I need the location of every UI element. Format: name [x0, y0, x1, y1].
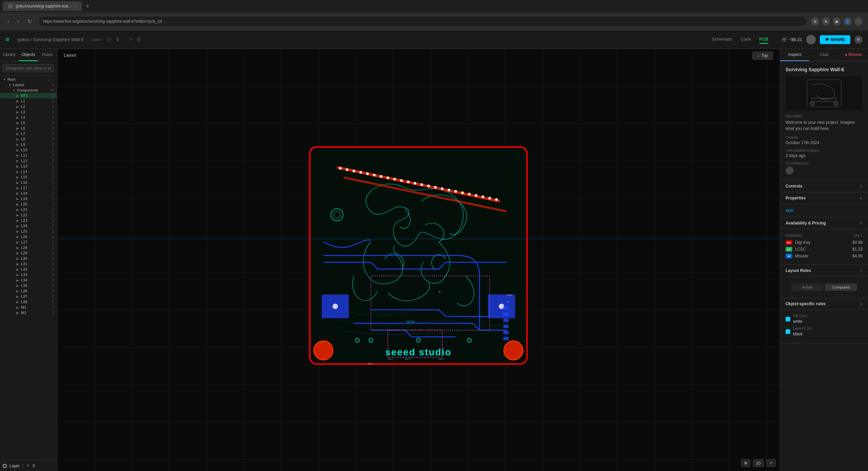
star-button[interactable]: ☆: [107, 37, 111, 42]
tree-item-l28[interactable]: ▶ L28 2: [0, 245, 57, 250]
app: ≡ gokux / Surviving Sapphire Wall-E Load…: [0, 31, 868, 471]
distributor-row-mouser[interactable]: M Mouser $4.99: [786, 254, 863, 258]
forward-button[interactable]: ›: [15, 17, 21, 26]
menu-icon[interactable]: ⋮: [854, 17, 863, 25]
tree-item-l8[interactable]: ▶ L8 2: [0, 136, 57, 142]
user-avatar[interactable]: [806, 35, 816, 44]
cart-button[interactable]: 🛒 ~$6.21: [782, 37, 802, 42]
tree-item-l7[interactable]: ▶ L7 2: [0, 131, 57, 136]
tree-item-l13[interactable]: ▶ L13 2: [0, 163, 57, 169]
tree-item-l6[interactable]: ▶ L6 2: [0, 125, 57, 131]
fullscreen-button[interactable]: ⤢: [767, 459, 776, 467]
tab-bar: gokux/surviving-sapphire-wal... × +: [0, 0, 868, 12]
tree-item-l35[interactable]: ▶ L35 2: [0, 283, 57, 288]
tree-item-l17[interactable]: ▶ L17 2: [0, 185, 57, 191]
tree-item-l12[interactable]: ▶ L12 2: [0, 158, 57, 163]
tree-layout[interactable]: ▼ Layout 4: [0, 82, 57, 87]
tree-item-l11[interactable]: ▶ L11 2: [0, 153, 57, 158]
2d-view-button[interactable]: 2D: [753, 459, 764, 467]
tree-item-l9[interactable]: ▶ L9 2: [0, 142, 57, 147]
pcb-board-svg[interactable]: seeed studio Net 36 Net 1 Net 2 Net 3 2M…: [303, 140, 534, 371]
active-tab[interactable]: gokux/surviving-sapphire-wal... ×: [3, 1, 82, 11]
extension-icon-3[interactable]: ◉: [833, 17, 841, 25]
tab-close-button[interactable]: ×: [74, 4, 76, 8]
properties-section-header[interactable]: Properties ∧: [780, 192, 868, 204]
layer-label[interactable]: Layer: [10, 464, 20, 468]
tree-item-l5[interactable]: ▶ L5 2: [0, 120, 57, 125]
layer-indicator: Layer | ⚑ 0: [0, 460, 57, 471]
tree-item-l4[interactable]: ▶ L4 2: [0, 115, 57, 120]
tree-root[interactable]: ▼ Root 1 ···: [0, 77, 57, 82]
tab-chat[interactable]: Chat: [809, 49, 838, 61]
tree-item-l34[interactable]: ▶ L34 2: [0, 277, 57, 283]
tree-item-l36[interactable]: ▶ L36 2: [0, 288, 57, 294]
tree-item-l1[interactable]: ▶ L1 2: [0, 98, 57, 104]
tree-item-l25[interactable]: ▶ L25 2: [0, 229, 57, 234]
distributor-row-lcsc[interactable]: LC LCSC $1.23: [786, 247, 863, 252]
silk-color-checkbox[interactable]: ✓: [786, 317, 790, 321]
settings-icon[interactable]: ⚙: [854, 36, 863, 44]
layout-color-checkbox[interactable]: ✓: [786, 329, 790, 334]
tree-menu-root[interactable]: ···: [51, 77, 54, 81]
layout-rules-section-header[interactable]: Layout Rules ∧: [780, 265, 868, 277]
tab-objects[interactable]: Objects: [19, 49, 38, 61]
tree-item-bt1[interactable]: ▶ BT1 2: [0, 93, 57, 98]
tree-components[interactable]: ▼ Components 44: [0, 87, 57, 93]
extension-icon-1[interactable]: ⊕: [811, 17, 819, 25]
distributor-row-digikey[interactable]: DK Digi-Key $4.99: [786, 240, 863, 245]
tree-item-l23[interactable]: ▶ L23 2: [0, 218, 57, 223]
tree-item-m1[interactable]: ▶ M1 2: [0, 305, 57, 310]
tree-item-l32[interactable]: ▶ L32 2: [0, 267, 57, 272]
tree-item-l14[interactable]: ▶ L14 2: [0, 169, 57, 174]
extension-icon-2[interactable]: ★: [822, 17, 830, 25]
search-input[interactable]: [3, 64, 54, 72]
contributor-avatar-1[interactable]: [786, 166, 794, 175]
tree-item-l18[interactable]: ▶ L18 2: [0, 191, 57, 196]
controls-section-header[interactable]: Controls ∧: [780, 180, 868, 192]
nav-schematic[interactable]: Schematic: [712, 35, 733, 44]
add-property-button[interactable]: ADD: [786, 209, 793, 213]
tree-item-l22[interactable]: ▶ L22 2: [0, 212, 57, 218]
reload-button[interactable]: ↻: [25, 17, 34, 26]
rules-tab-computed[interactable]: Computed: [825, 283, 857, 291]
tree-item-l33[interactable]: ▶ L33 2: [0, 272, 57, 277]
lcsc-logo: LC: [786, 247, 792, 252]
nav-code[interactable]: Code: [740, 35, 751, 44]
rules-tab-actual[interactable]: Actual: [791, 283, 824, 291]
fork-button[interactable]: ⑂: [130, 37, 132, 42]
tab-review[interactable]: ●Review: [839, 49, 868, 61]
object-rules-section-header[interactable]: Object-specific rules ∧: [780, 298, 868, 310]
profile-icon[interactable]: 👤: [844, 17, 852, 25]
tree-item-l26[interactable]: ▶ L26 2: [0, 234, 57, 239]
tree-item-m2[interactable]: ▶ M2 2: [0, 310, 57, 315]
tree-item-l29[interactable]: ▶ L29 2: [0, 250, 57, 256]
tree-item-l38[interactable]: ▶ L38 2: [0, 299, 57, 305]
top-view-button[interactable]: ↓ Top: [752, 52, 773, 60]
tree-item-l20[interactable]: ▶ L20 2: [0, 201, 57, 207]
tree-item-l21[interactable]: ▶ L21 2: [0, 207, 57, 212]
tree-item-l24[interactable]: ▶ L24 2: [0, 223, 57, 229]
tab-inspect[interactable]: Inspect: [780, 49, 809, 61]
share-button[interactable]: 👁SHARE: [820, 35, 850, 44]
tab-rules[interactable]: Rules: [38, 49, 57, 61]
tree-item-l15[interactable]: ▶ L15 2: [0, 174, 57, 180]
back-button[interactable]: ‹: [5, 17, 11, 26]
tree-item-l19[interactable]: ▶ L19 2: [0, 196, 57, 201]
app-logo[interactable]: ≡: [5, 36, 10, 43]
address-bar[interactable]: https://www.flux.ai/gokux/surviving-sapp…: [38, 16, 807, 27]
availability-section-header[interactable]: Availability & Pricing ∧: [780, 217, 868, 229]
tree-item-l2[interactable]: ▶ L2 2: [0, 104, 57, 109]
svg-point-25: [482, 195, 484, 198]
grid-view-button[interactable]: ⊞: [741, 459, 750, 467]
nav-pcb[interactable]: PCB: [759, 35, 769, 44]
tree-item-l30[interactable]: ▶ L30 2: [0, 256, 57, 261]
new-tab-button[interactable]: +: [83, 1, 92, 11]
tree-item-l3[interactable]: ▶ L3 2: [0, 109, 57, 115]
tree-item-l37[interactable]: ▶ L37 2: [0, 294, 57, 299]
pcb-canvas[interactable]: seeed studio Net 36 Net 1 Net 2 Net 3 2M…: [57, 49, 780, 471]
tree-item-l31[interactable]: ▶ L31 2: [0, 261, 57, 267]
tree-item-l10[interactable]: ▶ L10 2: [0, 147, 57, 153]
tree-item-l27[interactable]: ▶ L27 2: [0, 239, 57, 245]
tree-item-l16[interactable]: ▶ L16 2: [0, 180, 57, 185]
tab-library[interactable]: Library: [0, 49, 19, 61]
